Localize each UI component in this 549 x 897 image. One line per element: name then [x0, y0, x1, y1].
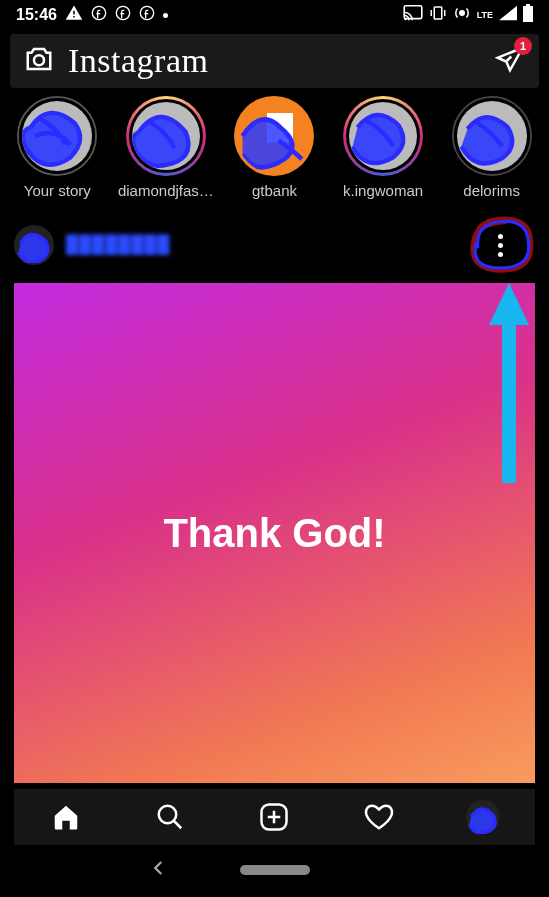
- story-kingwoman[interactable]: k.ingwoman: [330, 96, 437, 199]
- redacted-avatar-icon: [457, 101, 527, 171]
- camera-icon[interactable]: [24, 44, 54, 78]
- tab-search[interactable]: [153, 800, 187, 834]
- tab-new-post[interactable]: [257, 800, 291, 834]
- warning-icon: [65, 4, 83, 26]
- story-label: delorims: [463, 182, 520, 199]
- nav-home-pill[interactable]: [240, 865, 310, 875]
- post-author-avatar[interactable]: [14, 225, 54, 265]
- android-nav-bar: [0, 845, 549, 895]
- lte-indicator: LTE: [477, 11, 493, 19]
- redacted-avatar-icon: [132, 102, 200, 170]
- redacted-avatar-icon: [22, 101, 92, 171]
- android-status-bar: 15:46 LTE: [0, 0, 549, 30]
- svg-point-7: [459, 11, 464, 16]
- signal-icon: [499, 5, 517, 25]
- nav-back-button[interactable]: [150, 859, 168, 881]
- vibrate-icon: [429, 5, 447, 25]
- direct-messages-button[interactable]: 1: [495, 44, 525, 78]
- stories-row: Your story diamondjfas… gtbank k.ingwoma…: [0, 88, 549, 207]
- redacted-avatar-icon: [16, 227, 52, 263]
- svg-point-12: [159, 806, 177, 824]
- battery-icon: [523, 4, 533, 26]
- svg-rect-4: [434, 7, 442, 19]
- story-label: diamondjfas…: [118, 182, 214, 199]
- dm-unread-badge: 1: [514, 37, 532, 55]
- dot-icon: [163, 13, 168, 18]
- story-gtbank[interactable]: gtbank: [221, 96, 328, 199]
- cast-icon: [403, 5, 423, 25]
- post-more-options-button[interactable]: [498, 234, 503, 257]
- bottom-tab-bar: [14, 789, 535, 845]
- redacted-avatar-icon: [349, 102, 417, 170]
- story-delorims[interactable]: delorims: [438, 96, 545, 199]
- hotspot-icon: [453, 4, 471, 26]
- status-time: 15:46: [16, 6, 57, 24]
- post-media[interactable]: Thank God!: [14, 283, 535, 783]
- story-label: k.ingwoman: [343, 182, 423, 199]
- facebook-circle-icon: [91, 5, 107, 25]
- facebook-circle-icon: [139, 5, 155, 25]
- story-label: gtbank: [252, 182, 297, 199]
- redacted-avatar-icon: [466, 800, 500, 834]
- instagram-top-bar: Instagram 1: [10, 34, 539, 88]
- tab-activity[interactable]: [362, 800, 396, 834]
- story-your-story[interactable]: Your story: [4, 96, 111, 199]
- annotation-arrow-icon: [487, 283, 531, 483]
- svg-rect-8: [523, 6, 533, 22]
- svg-rect-9: [526, 4, 530, 6]
- story-label: Your story: [24, 182, 91, 199]
- tab-profile[interactable]: [466, 800, 500, 834]
- redacted-avatar-icon: [237, 99, 311, 173]
- post-media-text: Thank God!: [163, 511, 385, 556]
- post-author-username[interactable]: ████████: [66, 235, 170, 255]
- instagram-wordmark: Instagram: [68, 42, 208, 80]
- svg-point-10: [34, 55, 44, 65]
- tab-home[interactable]: [49, 800, 83, 834]
- story-diamondjfas[interactable]: diamondjfas…: [113, 96, 220, 199]
- post-header: ████████: [0, 207, 549, 283]
- svg-marker-11: [489, 283, 529, 483]
- facebook-circle-icon: [115, 5, 131, 25]
- svg-line-13: [174, 821, 182, 829]
